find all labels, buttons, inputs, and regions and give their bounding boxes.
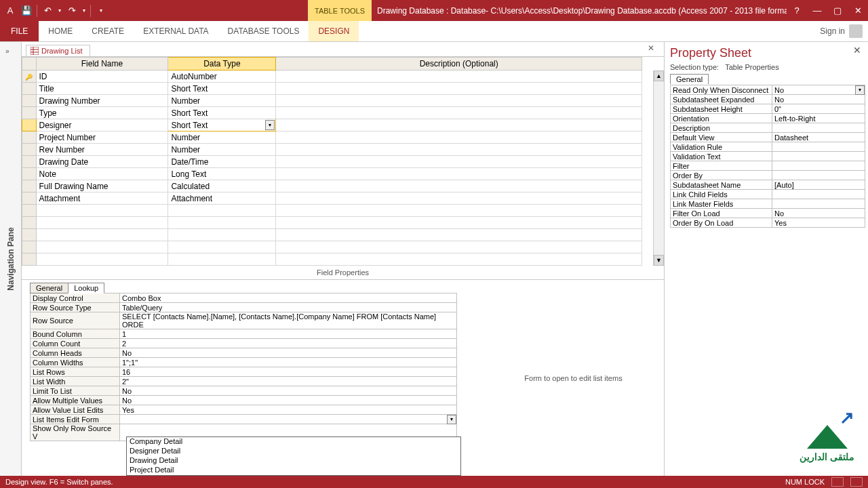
dropdown-item[interactable]: Company Detail: [127, 437, 460, 447]
property-name[interactable]: Row Source Type: [31, 303, 120, 312]
navigation-pane-collapsed[interactable]: » Navigation Pane: [0, 42, 22, 476]
datatype-cell[interactable]: Short Text: [168, 83, 276, 95]
property-name[interactable]: Display Control: [31, 293, 120, 303]
row-selector[interactable]: [22, 156, 37, 168]
tab-design[interactable]: DESIGN: [309, 21, 359, 41]
scroll-up-icon[interactable]: ▲: [654, 70, 664, 81]
ps-property-name[interactable]: Read Only When Disconnect: [671, 85, 772, 95]
fieldname-cell[interactable]: Title: [36, 83, 168, 95]
dropdown-item[interactable]: Designer Detail: [127, 447, 460, 456]
description-cell[interactable]: [276, 70, 642, 83]
ps-tab-general[interactable]: General: [670, 74, 709, 84]
tab-database-tools[interactable]: DATABASE TOOLS: [218, 21, 309, 41]
datatype-cell[interactable]: [168, 217, 276, 229]
ps-property-value[interactable]: [772, 161, 865, 171]
ps-property-name[interactable]: Order By: [671, 171, 772, 180]
ps-property-name[interactable]: Link Master Fields: [671, 199, 772, 209]
property-value[interactable]: 16: [120, 367, 457, 377]
redo-dropdown-icon[interactable]: ▾: [81, 3, 87, 18]
property-value[interactable]: Yes: [120, 405, 457, 415]
datatype-cell[interactable]: Short Text: [168, 107, 276, 119]
datatype-cell[interactable]: [168, 205, 276, 217]
file-tab[interactable]: FILE: [0, 21, 39, 41]
property-dropdown-icon[interactable]: ▾: [855, 85, 865, 95]
col-header-data-type[interactable]: Data Type: [168, 58, 276, 70]
ps-property-name[interactable]: Filter On Load: [671, 209, 772, 218]
ps-property-name[interactable]: Validation Text: [671, 152, 772, 161]
ps-property-value[interactable]: [772, 199, 865, 209]
restore-icon[interactable]: ▢: [827, 0, 848, 21]
description-cell[interactable]: [276, 168, 642, 180]
ps-property-value[interactable]: [772, 142, 865, 152]
fieldname-cell[interactable]: Attachment: [36, 192, 168, 205]
fieldname-cell[interactable]: Full Drawing Name: [36, 180, 168, 192]
ps-property-name[interactable]: Orientation: [671, 114, 772, 123]
ps-property-value[interactable]: No: [772, 95, 865, 104]
row-selector[interactable]: [22, 205, 37, 217]
ps-property-value[interactable]: Left-to-Right: [772, 114, 865, 123]
property-name[interactable]: List Width: [31, 377, 120, 386]
ps-property-value[interactable]: [772, 123, 865, 133]
tab-home[interactable]: HOME: [39, 21, 82, 41]
description-cell[interactable]: [276, 83, 642, 95]
ps-property-value[interactable]: 0": [772, 104, 865, 114]
fieldname-cell[interactable]: [36, 229, 168, 241]
nav-expand-icon[interactable]: »: [5, 47, 9, 55]
description-cell[interactable]: [276, 241, 642, 253]
description-cell[interactable]: [276, 217, 642, 229]
ps-property-name[interactable]: Subdatasheet Expanded: [671, 95, 772, 104]
access-app-icon[interactable]: A: [3, 3, 18, 18]
tab-external-data[interactable]: EXTERNAL DATA: [134, 21, 218, 41]
ps-property-value[interactable]: [Auto]: [772, 180, 865, 190]
row-selector[interactable]: [22, 229, 37, 241]
fieldname-cell[interactable]: Rev Number: [36, 144, 168, 156]
row-selector[interactable]: [22, 119, 37, 131]
fieldname-cell[interactable]: [36, 241, 168, 253]
view-design-icon[interactable]: [850, 477, 863, 487]
fp-tab-general[interactable]: General: [30, 283, 68, 293]
undo-dropdown-icon[interactable]: ▾: [56, 3, 63, 18]
fieldname-cell[interactable]: ID: [36, 70, 168, 83]
list-items-edit-form-dropdown[interactable]: Company DetailDesigner DetailDrawing Det…: [126, 436, 461, 476]
property-name[interactable]: Column Heads: [31, 348, 120, 358]
row-selector[interactable]: [22, 217, 37, 229]
property-value[interactable]: 2: [120, 339, 457, 348]
description-cell[interactable]: [276, 180, 642, 192]
fieldname-cell[interactable]: Project Number: [36, 131, 168, 144]
row-selector[interactable]: [22, 168, 37, 180]
lookup-properties-grid[interactable]: Display ControlCombo BoxRow Source TypeT…: [30, 293, 457, 441]
select-all-corner[interactable]: [22, 58, 37, 70]
ps-property-name[interactable]: Order By On Load: [671, 218, 772, 228]
property-name[interactable]: List Items Edit Form: [31, 415, 120, 424]
datatype-cell[interactable]: Number: [168, 144, 276, 156]
close-icon[interactable]: ✕: [848, 0, 868, 21]
property-dropdown-icon[interactable]: ▾: [447, 415, 456, 424]
ps-property-name[interactable]: Description: [671, 123, 772, 133]
fieldname-cell[interactable]: Note: [36, 168, 168, 180]
property-value[interactable]: ▾: [120, 415, 457, 424]
ps-property-value[interactable]: [772, 190, 865, 199]
datatype-cell[interactable]: Long Text: [168, 168, 276, 180]
ps-property-value[interactable]: Yes: [772, 218, 865, 228]
table-properties-grid[interactable]: Read Only When DisconnectNo▾Subdatasheet…: [670, 85, 865, 228]
datatype-cell[interactable]: Short Text▾: [168, 119, 276, 131]
undo-icon[interactable]: ↶: [40, 3, 55, 18]
description-cell[interactable]: [276, 131, 642, 144]
view-datasheet-icon[interactable]: [831, 477, 844, 487]
row-selector[interactable]: [22, 83, 37, 95]
ps-property-value[interactable]: Datasheet: [772, 133, 865, 142]
dropdown-item[interactable]: Project Detail: [127, 466, 460, 475]
fieldname-cell[interactable]: Type: [36, 107, 168, 119]
scroll-down-icon[interactable]: ▼: [654, 255, 664, 266]
ps-property-name[interactable]: Subdatasheet Name: [671, 180, 772, 190]
fieldname-cell[interactable]: Designer: [36, 119, 168, 131]
fieldname-cell[interactable]: Drawing Date: [36, 156, 168, 168]
datatype-dropdown-icon[interactable]: ▾: [265, 120, 275, 130]
ps-property-value[interactable]: No▾: [772, 85, 865, 95]
col-header-field-name[interactable]: Field Name: [36, 58, 168, 70]
fp-tab-lookup[interactable]: Lookup: [68, 283, 104, 293]
ps-property-value[interactable]: No: [772, 209, 865, 218]
property-value[interactable]: Combo Box: [120, 293, 457, 303]
datatype-cell[interactable]: Attachment: [168, 192, 276, 205]
property-value[interactable]: 1: [120, 329, 457, 339]
